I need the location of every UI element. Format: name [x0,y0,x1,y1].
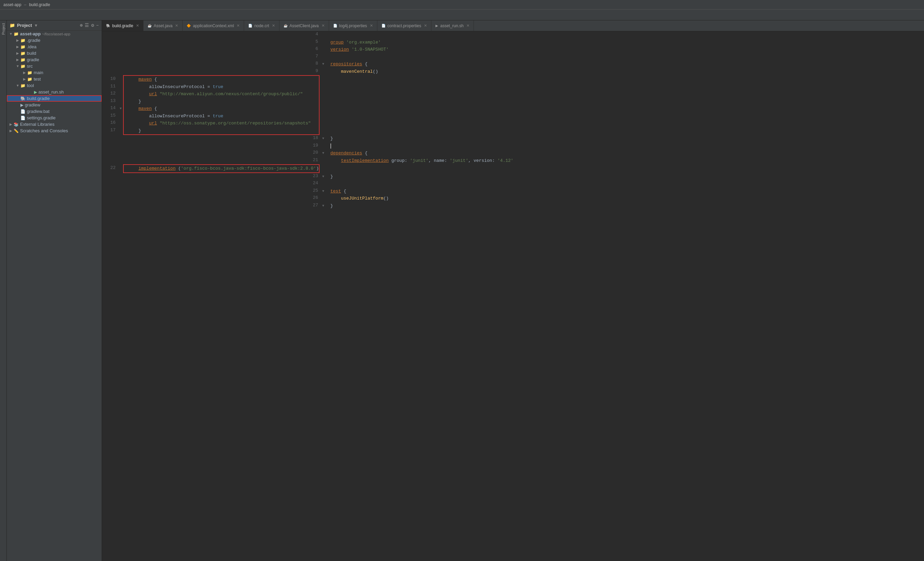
tree-item-main[interactable]: ▶ 📁 main [7,69,102,76]
vertical-strip: Project [0,20,7,561]
code-lines: 4 5 group 'org.example' 6 version '1.0-S… [102,31,924,210]
tree-item-asset-run-sh[interactable]: ▶ asset_run.sh [7,89,102,95]
gradle-tab-icon: 🐘 [106,24,110,27]
code-line-13: 13 } [124,98,319,105]
code-line-22: 22 implementation ('org.fisco-bcos.java-… [124,165,319,172]
tree-item-build[interactable]: ▶ 📁 build [7,50,102,57]
tree-item-gradlew-bat[interactable]: 📄 gradlew.bat [7,108,102,115]
code-line-25: 25 ▼ test { [102,188,924,195]
tab-close-contractprops[interactable]: ✕ [424,24,427,28]
tree-item-tool[interactable]: ▼ 📁 tool [7,82,102,89]
code-line-18: 18 ▼ } [102,135,924,142]
code-line-12: 12 url "http://maven.aliyun.com/nexus/co… [124,90,319,98]
code-line-9: 9 mavenCentral() [102,68,924,75]
tree-item-external-libs[interactable]: ▶ 📚 External Libraries [7,121,102,128]
tab-contract-props[interactable]: 📄 contract.properties ✕ [377,20,431,31]
settings-icon[interactable]: ⚙ [91,22,94,28]
tree-item-src[interactable]: ▼ 📁 src [7,63,102,69]
sidebar: 📁 Project ▼ ⊕ ☰ ⚙ – ▼ 📁 asset-app ~/fisc… [7,20,102,561]
code-line-16: 16 url "https://oss.sonatype.org/content… [124,120,319,127]
code-line-23: 23 ▼ } [102,173,924,180]
hide-icon[interactable]: – [96,22,99,28]
code-line-26: 26 useJUnitPlatform() [102,195,924,202]
tree-item-build-gradle[interactable]: 🐘 build.gradle [7,95,102,102]
red-box-group-1: 10 maven { 11 allowInsecureProtocol = tr… [123,75,320,135]
folder-icon: 📁 [14,32,19,36]
code-editor[interactable]: 4 5 group 'org.example' 6 version '1.0-S… [102,31,924,561]
tab-log4j[interactable]: 📄 log4j.properties ✕ [329,20,377,31]
sidebar-actions: ⊕ ☰ ⚙ – [80,22,99,28]
tab-node-crt[interactable]: 📄 node.crt ✕ [244,20,279,31]
sidebar-header: 📁 Project ▼ ⊕ ☰ ⚙ – [7,20,102,31]
tab-asset-client[interactable]: ☕ AssetClient.java ✕ [279,20,329,31]
main-layout: Project 📁 Project ▼ ⊕ ☰ ⚙ – ▼ 📁 asset-ap… [0,20,924,561]
code-line-17: 17 } [124,127,319,135]
tab-asset-run[interactable]: ▶ asset_run.sh ✕ [431,20,474,31]
code-line-5: 5 group 'org.example' [102,39,924,46]
code-line-6: 6 version '1.0-SNAPSHOT' [102,46,924,53]
tab-close-asset[interactable]: ✕ [175,24,178,28]
sync-icon[interactable]: ⊕ [80,22,82,28]
tree-item-scratches[interactable]: ▶ ✏️ Scratches and Consoles [7,128,102,134]
tree-item-dotgradle[interactable]: ▶ 📁 .gradle [7,37,102,44]
tree-item-test[interactable]: ▶ 📁 test [7,76,102,82]
sidebar-title-label: Project [17,23,32,28]
title-bar: asset-app – build.gradle [0,0,924,9]
code-line-8: 8 ▼ repositories { [102,60,924,68]
strip-project[interactable]: Project [1,20,6,38]
title-app-name: asset-app [3,2,21,7]
tab-close-nodecrt[interactable]: ✕ [272,24,275,28]
tab-bar [0,9,924,20]
code-line-20: 20 ▼ dependencies { [102,150,924,157]
tab-close-assetrun[interactable]: ✕ [466,24,470,28]
tree-item-gradlew[interactable]: ▶ gradlew [7,102,102,108]
expand-arrow: ▼ [8,32,14,36]
code-line-27: 27 ▼ } [102,202,924,210]
tree-item-gradle[interactable]: ▶ 📁 gradle [7,57,102,63]
tab-app-context[interactable]: 🔶 applicationContext.xml ✕ [183,20,244,31]
tab-close-assetclient[interactable]: ✕ [322,24,325,28]
scratches-label: Scratches and Consoles [20,128,68,133]
tree-item-dotidea[interactable]: ▶ 📁 .idea [7,44,102,50]
tab-close-appcontext[interactable]: ✕ [237,24,240,28]
code-line-11: 11 allowInsecureProtocol = true [124,83,319,91]
editor-tab-bar: 🐘 build.gradle ✕ ☕ Asset.java ✕ 🔶 applic… [102,20,924,31]
red-box-group-2: 22 implementation ('org.fisco-bcos.java-… [123,164,320,173]
code-line-10: 10 maven { [124,76,319,83]
project-icon: 📁 [9,23,15,28]
code-line-14: 14 ▼ maven { [124,105,319,112]
tree-item-root[interactable]: ▼ 📁 asset-app ~/fisco/asset-app [7,31,102,37]
code-line-15: 15 allowInsecureProtocol = true [124,112,319,120]
editor-area: 🐘 build.gradle ✕ ☕ Asset.java ✕ 🔶 applic… [102,20,924,561]
code-line-4: 4 [102,31,924,39]
tab-close-log4j[interactable]: ✕ [370,24,373,28]
code-line-7: 7 [102,53,924,61]
code-line-21: 21 testImplementation group: 'junit', na… [102,157,924,165]
tab-asset-java[interactable]: ☕ Asset.java ✕ [144,20,183,31]
code-line-24: 24 [102,180,924,188]
title-file-name: build.gradle [29,2,50,7]
tab-build-gradle[interactable]: 🐘 build.gradle ✕ [102,20,144,31]
file-tree: ▼ 📁 asset-app ~/fisco/asset-app ▶ 📁 .gra… [7,31,102,134]
tab-close-build-gradle[interactable]: ✕ [136,24,139,28]
tree-item-settings-gradle[interactable]: 📄 settings.gradle [7,115,102,121]
sidebar-title: 📁 Project ▼ [9,23,38,28]
code-line-19: 19 [102,142,924,150]
dropdown-arrow[interactable]: ▼ [34,23,38,28]
collapse-icon[interactable]: ☰ [85,22,89,28]
